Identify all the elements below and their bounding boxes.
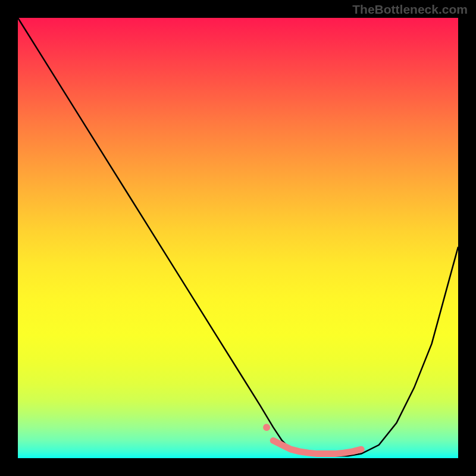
svg-point-0 bbox=[263, 424, 270, 431]
chart-container: TheBottleneck.com bbox=[0, 0, 476, 476]
watermark-text: TheBottleneck.com bbox=[352, 2, 468, 17]
chart-svg bbox=[18, 18, 458, 458]
highlighted-minimum bbox=[263, 424, 361, 453]
curve-line bbox=[18, 18, 458, 456]
